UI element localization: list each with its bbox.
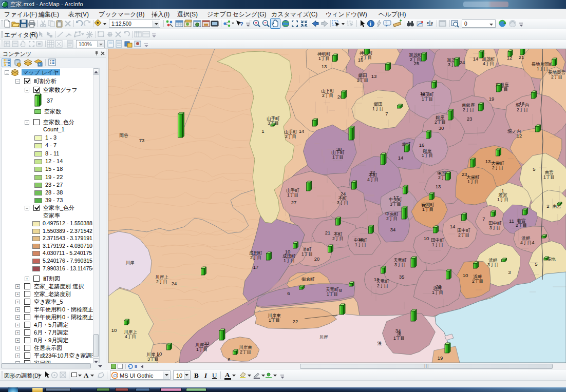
svg-text:6: 6 — [228, 357, 230, 362]
svg-text:24: 24 — [341, 191, 346, 197]
svg-text:7: 7 — [482, 216, 485, 222]
svg-text:山下町2丁目: 山下町2丁目 — [321, 88, 334, 98]
svg-text:14: 14 — [473, 56, 479, 62]
svg-text:若宮2丁目: 若宮2丁目 — [516, 218, 527, 228]
svg-text:神明町1丁目: 神明町1丁目 — [317, 51, 331, 61]
svg-text:7: 7 — [385, 111, 388, 116]
svg-text:川岸: 川岸 — [125, 260, 135, 265]
svg-text:22: 22 — [293, 319, 298, 324]
svg-text:?: ? — [240, 21, 243, 27]
svg-text:23: 23 — [462, 171, 467, 177]
svg-text:1: 1 — [501, 188, 504, 193]
svg-text:山手町2丁目: 山手町2丁目 — [284, 129, 297, 139]
svg-text:20: 20 — [314, 256, 320, 262]
svg-text:13: 13 — [371, 73, 377, 79]
svg-text:73: 73 — [139, 138, 145, 143]
svg-text:12: 12 — [517, 133, 522, 139]
svg-text:加茂町4丁目: 加茂町4丁目 — [482, 56, 495, 66]
svg-text:14: 14 — [398, 155, 404, 161]
svg-text:16: 16 — [419, 142, 425, 148]
svg-text:若宮1丁目: 若宮1丁目 — [497, 192, 508, 202]
svg-text:19: 19 — [489, 96, 495, 102]
svg-text:10: 10 — [463, 272, 468, 278]
svg-text:南宮1丁目: 南宮1丁目 — [543, 170, 555, 180]
svg-text:25: 25 — [414, 61, 420, 66]
svg-text:x: x — [427, 21, 429, 25]
svg-text:19: 19 — [358, 237, 364, 242]
svg-text:1: 1 — [261, 128, 264, 134]
svg-text:天竜町3丁目: 天竜町3丁目 — [393, 258, 407, 267]
svg-text:5: 5 — [533, 166, 535, 172]
svg-text:5: 5 — [535, 261, 537, 267]
svg-text:本町2丁目: 本町2丁目 — [332, 231, 344, 241]
svg-text:O: O — [114, 373, 117, 378]
svg-text:17: 17 — [393, 194, 399, 200]
svg-text:13: 13 — [485, 159, 491, 164]
svg-text:10: 10 — [421, 203, 427, 208]
svg-text:33: 33 — [204, 340, 210, 346]
svg-text:中央町2丁目: 中央町2丁目 — [385, 211, 399, 221]
svg-text:i: i — [370, 21, 371, 27]
svg-text:?: ? — [385, 21, 387, 25]
svg-text:川岸: 川岸 — [319, 335, 328, 340]
svg-text:13: 13 — [436, 184, 441, 189]
svg-text:御倉町: 御倉町 — [301, 277, 315, 282]
svg-text:10: 10 — [285, 249, 291, 254]
svg-text:34: 34 — [390, 227, 396, 232]
svg-text:32: 32 — [370, 169, 375, 175]
svg-text:郷田1丁目: 郷田1丁目 — [372, 102, 384, 111]
svg-text:21: 21 — [325, 230, 331, 236]
svg-text:大栄町1丁目: 大栄町1丁目 — [466, 174, 480, 184]
svg-text:田中町2丁目: 田中町2丁目 — [457, 228, 470, 238]
svg-text:田中町1丁目: 田中町1丁目 — [431, 238, 444, 247]
svg-text:10: 10 — [424, 236, 429, 241]
svg-text:4: 4 — [532, 240, 534, 245]
svg-text:24: 24 — [460, 60, 465, 65]
svg-text:大栄町2丁目: 大栄町2丁目 — [491, 161, 504, 170]
svg-text:銀座2丁目: 銀座2丁目 — [435, 115, 446, 125]
svg-text:浜畔4丁目: 浜畔4丁目 — [520, 236, 532, 245]
svg-text:12: 12 — [374, 277, 380, 282]
svg-text:16: 16 — [519, 101, 525, 106]
svg-text:10: 10 — [111, 327, 117, 333]
svg-text:銀座1丁目: 銀座1丁目 — [422, 148, 433, 158]
svg-text:23: 23 — [467, 116, 473, 122]
svg-text:24: 24 — [172, 281, 177, 286]
svg-text:山手町1丁目: 山手町1丁目 — [286, 188, 299, 198]
svg-text:27: 27 — [291, 200, 297, 205]
svg-text:浜畔3丁目: 浜畔3丁目 — [487, 258, 499, 267]
svg-text:川岸上2丁目: 川岸上2丁目 — [155, 275, 168, 284]
svg-text:浜畔2丁目: 浜畔2丁目 — [472, 274, 483, 284]
svg-text:成田町2丁目: 成田町2丁目 — [249, 250, 262, 260]
svg-text:川岸上4丁目: 川岸上4丁目 — [124, 329, 137, 339]
svg-text:成田町1丁目: 成田町1丁目 — [282, 253, 296, 263]
svg-text:14: 14 — [450, 224, 456, 229]
svg-text:30: 30 — [439, 125, 444, 131]
svg-text:川岸東1丁目: 川岸東1丁目 — [268, 313, 281, 323]
svg-text:16: 16 — [358, 57, 364, 63]
svg-text:11: 11 — [509, 218, 514, 224]
svg-text:川岸東2丁目: 川岸東2丁目 — [239, 345, 252, 355]
svg-text:本町3丁目: 本町3丁目 — [337, 195, 348, 205]
svg-text:岡谷: 岡谷 — [119, 133, 128, 138]
svg-text:天竜町1丁目: 天竜町1丁目 — [326, 287, 339, 297]
svg-text:8: 8 — [339, 287, 342, 293]
svg-text:郷田2丁目: 郷田2丁目 — [357, 73, 368, 83]
svg-text:13: 13 — [322, 64, 327, 69]
svg-text:12: 12 — [420, 90, 426, 96]
svg-text:田中町3丁目: 田中町3丁目 — [488, 221, 502, 230]
svg-text:6: 6 — [287, 290, 290, 296]
svg-text:y: y — [431, 21, 433, 25]
svg-text:14: 14 — [299, 128, 305, 134]
svg-text:17: 17 — [253, 264, 259, 270]
svg-text:3: 3 — [508, 269, 511, 275]
svg-text:35: 35 — [399, 274, 405, 280]
svg-text:38: 38 — [336, 146, 342, 152]
svg-text:湊: 湊 — [378, 341, 382, 346]
svg-text:22: 22 — [436, 284, 442, 289]
svg-text:東銀座2丁目: 東銀座2丁目 — [462, 103, 475, 112]
svg-text:10: 10 — [157, 351, 162, 357]
svg-text:2: 2 — [546, 203, 549, 209]
svg-text:本町1丁目: 本町1丁目 — [301, 247, 313, 257]
svg-text:34: 34 — [395, 328, 401, 334]
